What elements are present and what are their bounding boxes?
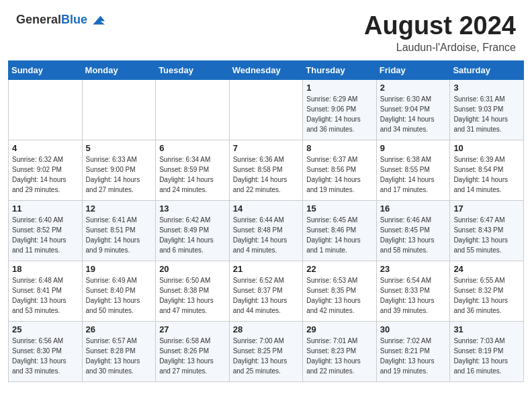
day-info: Sunrise: 6:53 AM Sunset: 8:35 PM Dayligh… (306, 275, 373, 316)
day-info: Sunrise: 6:30 AM Sunset: 9:04 PM Dayligh… (380, 94, 447, 134)
svg-marker-0 (93, 16, 105, 25)
calendar-day-cell: 18Sunrise: 6:48 AM Sunset: 8:41 PM Dayli… (9, 261, 83, 321)
calendar-day-cell: 30Sunrise: 7:02 AM Sunset: 8:21 PM Dayli… (376, 321, 450, 381)
day-info: Sunrise: 6:46 AM Sunset: 8:45 PM Dayligh… (380, 215, 447, 255)
day-info: Sunrise: 6:42 AM Sunset: 8:49 PM Dayligh… (159, 215, 226, 255)
logo-icon (89, 12, 105, 28)
day-number: 1 (306, 83, 373, 93)
calendar-day-cell: 11Sunrise: 6:40 AM Sunset: 8:52 PM Dayli… (9, 200, 83, 261)
calendar-day-cell: 8Sunrise: 6:37 AM Sunset: 8:56 PM Daylig… (303, 140, 377, 200)
day-number: 7 (233, 143, 300, 153)
day-of-week-header: Friday (376, 60, 450, 79)
location: Laudun-l'Ardoise, France (364, 42, 516, 54)
day-number: 11 (12, 203, 79, 214)
calendar-day-cell: 21Sunrise: 6:52 AM Sunset: 8:37 PM Dayli… (229, 261, 303, 321)
day-of-week-header: Wednesday (229, 60, 303, 79)
day-number: 13 (159, 203, 226, 214)
calendar-day-cell: 7Sunrise: 6:36 AM Sunset: 8:58 PM Daylig… (229, 140, 303, 200)
calendar-day-cell (82, 79, 156, 140)
day-info: Sunrise: 6:49 AM Sunset: 8:40 PM Dayligh… (86, 275, 152, 316)
day-info: Sunrise: 6:41 AM Sunset: 8:51 PM Dayligh… (86, 215, 152, 255)
calendar-day-cell: 4Sunrise: 6:32 AM Sunset: 9:02 PM Daylig… (9, 140, 83, 200)
day-info: Sunrise: 6:34 AM Sunset: 8:59 PM Dayligh… (159, 154, 226, 195)
calendar-day-cell: 15Sunrise: 6:45 AM Sunset: 8:46 PM Dayli… (303, 200, 377, 261)
day-number: 5 (86, 143, 152, 153)
logo-blue: Blue (61, 13, 87, 26)
day-number: 18 (12, 264, 79, 274)
day-of-week-header: Monday (82, 60, 156, 79)
day-number: 14 (233, 203, 300, 214)
day-info: Sunrise: 6:58 AM Sunset: 8:26 PM Dayligh… (159, 336, 226, 376)
day-number: 16 (380, 203, 447, 214)
calendar-day-cell: 27Sunrise: 6:58 AM Sunset: 8:26 PM Dayli… (156, 321, 230, 381)
day-info: Sunrise: 6:36 AM Sunset: 8:58 PM Dayligh… (233, 154, 300, 195)
day-number: 23 (380, 264, 447, 274)
day-info: Sunrise: 6:50 AM Sunset: 8:38 PM Dayligh… (159, 275, 226, 316)
day-info: Sunrise: 6:54 AM Sunset: 8:33 PM Dayligh… (380, 275, 447, 316)
day-number: 28 (233, 324, 300, 334)
day-number: 9 (380, 143, 447, 153)
calendar-day-cell: 17Sunrise: 6:47 AM Sunset: 8:43 PM Dayli… (450, 200, 524, 261)
calendar-day-cell (156, 79, 230, 140)
calendar-day-cell: 16Sunrise: 6:46 AM Sunset: 8:45 PM Dayli… (376, 200, 450, 261)
calendar-day-cell: 20Sunrise: 6:50 AM Sunset: 8:38 PM Dayli… (156, 261, 230, 321)
day-of-week-header: Tuesday (156, 60, 230, 79)
day-header-row: SundayMondayTuesdayWednesdayThursdayFrid… (9, 60, 524, 79)
calendar-day-cell: 28Sunrise: 7:00 AM Sunset: 8:25 PM Dayli… (229, 321, 303, 381)
calendar-day-cell: 6Sunrise: 6:34 AM Sunset: 8:59 PM Daylig… (156, 140, 230, 200)
calendar-day-cell: 25Sunrise: 6:56 AM Sunset: 8:30 PM Dayli… (9, 321, 83, 381)
day-number: 22 (306, 264, 373, 274)
day-number: 27 (159, 324, 226, 334)
calendar-day-cell: 9Sunrise: 6:38 AM Sunset: 8:55 PM Daylig… (376, 140, 450, 200)
calendar-day-cell: 10Sunrise: 6:39 AM Sunset: 8:54 PM Dayli… (450, 140, 524, 200)
day-info: Sunrise: 6:47 AM Sunset: 8:43 PM Dayligh… (453, 215, 520, 255)
day-number: 10 (453, 143, 520, 153)
day-info: Sunrise: 6:33 AM Sunset: 9:00 PM Dayligh… (86, 154, 152, 195)
day-of-week-header: Thursday (303, 60, 377, 79)
calendar-day-cell: 26Sunrise: 6:57 AM Sunset: 8:28 PM Dayli… (82, 321, 156, 381)
page-header: GeneralBlue August 2024 Laudun-l'Ardoise… (0, 0, 532, 60)
day-number: 17 (453, 203, 520, 214)
day-number: 3 (453, 83, 520, 93)
day-number: 15 (306, 203, 373, 214)
day-info: Sunrise: 6:57 AM Sunset: 8:28 PM Dayligh… (86, 336, 152, 376)
day-of-week-header: Sunday (9, 60, 83, 79)
calendar-week-row: 18Sunrise: 6:48 AM Sunset: 8:41 PM Dayli… (9, 261, 524, 321)
day-number: 19 (86, 264, 152, 274)
calendar-week-row: 4Sunrise: 6:32 AM Sunset: 9:02 PM Daylig… (9, 140, 524, 200)
day-info: Sunrise: 7:02 AM Sunset: 8:21 PM Dayligh… (380, 336, 447, 376)
day-info: Sunrise: 6:37 AM Sunset: 8:56 PM Dayligh… (306, 154, 373, 195)
day-info: Sunrise: 6:55 AM Sunset: 8:32 PM Dayligh… (453, 275, 520, 316)
calendar-day-cell: 12Sunrise: 6:41 AM Sunset: 8:51 PM Dayli… (82, 200, 156, 261)
calendar-week-row: 25Sunrise: 6:56 AM Sunset: 8:30 PM Dayli… (9, 321, 524, 381)
calendar-header: SundayMondayTuesdayWednesdayThursdayFrid… (9, 60, 524, 79)
day-number: 24 (453, 264, 520, 274)
calendar-week-row: 1Sunrise: 6:29 AM Sunset: 9:06 PM Daylig… (9, 79, 524, 140)
day-info: Sunrise: 7:03 AM Sunset: 8:19 PM Dayligh… (453, 336, 520, 376)
day-number: 21 (233, 264, 300, 274)
calendar-day-cell: 3Sunrise: 6:31 AM Sunset: 9:03 PM Daylig… (450, 79, 524, 140)
calendar-day-cell: 29Sunrise: 7:01 AM Sunset: 8:23 PM Dayli… (303, 321, 377, 381)
calendar-day-cell: 14Sunrise: 6:44 AM Sunset: 8:48 PM Dayli… (229, 200, 303, 261)
calendar-day-cell: 23Sunrise: 6:54 AM Sunset: 8:33 PM Dayli… (376, 261, 450, 321)
calendar-day-cell: 2Sunrise: 6:30 AM Sunset: 9:04 PM Daylig… (376, 79, 450, 140)
calendar-week-row: 11Sunrise: 6:40 AM Sunset: 8:52 PM Dayli… (9, 200, 524, 261)
day-of-week-header: Saturday (450, 60, 524, 79)
day-info: Sunrise: 6:31 AM Sunset: 9:03 PM Dayligh… (453, 94, 520, 134)
day-number: 6 (159, 143, 226, 153)
logo-general: General (16, 13, 61, 26)
calendar-day-cell: 19Sunrise: 6:49 AM Sunset: 8:40 PM Dayli… (82, 261, 156, 321)
day-info: Sunrise: 7:01 AM Sunset: 8:23 PM Dayligh… (306, 336, 373, 376)
day-info: Sunrise: 6:29 AM Sunset: 9:06 PM Dayligh… (306, 94, 373, 134)
calendar-day-cell: 1Sunrise: 6:29 AM Sunset: 9:06 PM Daylig… (303, 79, 377, 140)
day-number: 31 (453, 324, 520, 334)
day-info: Sunrise: 6:39 AM Sunset: 8:54 PM Dayligh… (453, 154, 520, 195)
day-info: Sunrise: 6:48 AM Sunset: 8:41 PM Dayligh… (12, 275, 79, 316)
calendar-day-cell: 31Sunrise: 7:03 AM Sunset: 8:19 PM Dayli… (450, 321, 524, 381)
day-number: 8 (306, 143, 373, 153)
calendar-wrapper: SundayMondayTuesdayWednesdayThursdayFrid… (0, 60, 532, 390)
day-number: 25 (12, 324, 79, 334)
day-info: Sunrise: 6:32 AM Sunset: 9:02 PM Dayligh… (12, 154, 79, 195)
logo: GeneralBlue (16, 12, 105, 28)
title-block: August 2024 Laudun-l'Ardoise, France (364, 12, 516, 54)
